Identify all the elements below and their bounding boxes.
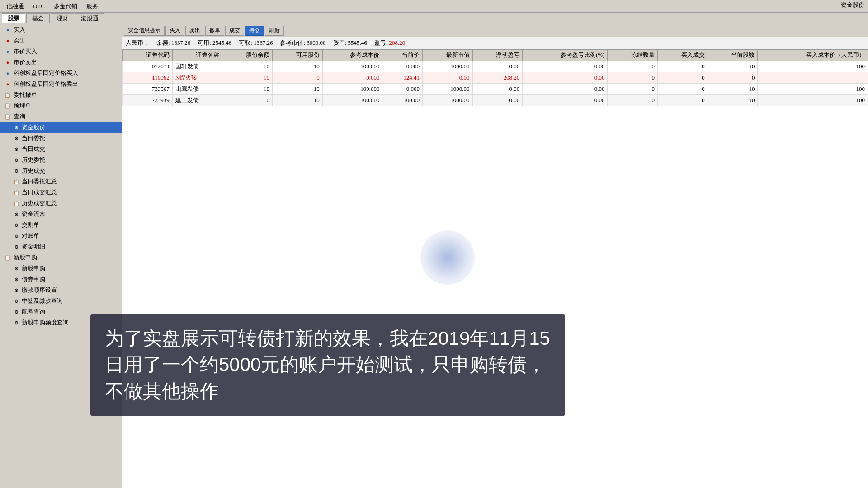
nav-item-fuwu[interactable]: 服务 — [82, 1, 103, 11]
sidebar-sub-item-fund-detail[interactable]: ⚙ 资金明细 — [0, 241, 122, 252]
subtitle-overlay: 为了实盘展示可转债打新的效果，我在2019年11月15日用了一个约5000元的账… — [90, 314, 565, 416]
sidebar-sub-item-today-deal-summary[interactable]: 📋 当日成交汇总 — [0, 187, 122, 198]
market-sell-icon: ● — [4, 58, 12, 66]
sidebar-item-kechuang-sell[interactable]: ● 科创板盘后固定价格卖出 — [0, 79, 122, 89]
table-cell: 0.00 — [422, 72, 472, 84]
col-header-frozen: 冻结数量 — [608, 50, 658, 61]
tab-hkstock[interactable]: 港股通 — [75, 13, 104, 23]
table-cell: 10 — [222, 72, 273, 84]
toolbar-btn-buy[interactable]: 买入 — [165, 26, 184, 36]
col-header-current-shares: 当前股数 — [708, 50, 758, 61]
sidebar-item-pre-order[interactable]: 📋 预埋单 — [0, 100, 122, 111]
toolbar-btn-deal[interactable]: 成交 — [225, 26, 244, 36]
sidebar: ● 买入 ● 卖出 ● 市价买入 ● 市价卖出 ● 科创板盘后固定价格买入 ● … — [0, 24, 122, 488]
table-cell: 0 — [608, 84, 658, 95]
col-header-buy-cost: 买入成本价（人民币） — [758, 50, 868, 61]
toolbar-btn-cancel[interactable]: 撤单 — [205, 26, 224, 36]
table-cell: 733567 — [123, 84, 173, 95]
nav-item-otc[interactable]: OTC — [28, 2, 49, 11]
table-cell: 0.000 — [322, 72, 382, 84]
table-cell: 10 — [272, 95, 322, 106]
table-cell: 建工发债 — [172, 95, 222, 106]
tab-fund[interactable]: 基金 — [26, 13, 50, 23]
table-cell: 国轩发债 — [172, 61, 222, 72]
table-cell — [758, 72, 868, 84]
toolbar-btn-position[interactable]: 持仓 — [245, 26, 264, 36]
table-cell: 10 — [708, 95, 758, 106]
sidebar-sub-item-history-deal-summary[interactable]: 📋 历史成交汇总 — [0, 198, 122, 209]
sidebar-sub-item-history-deal[interactable]: ⚙ 历史成交 — [0, 165, 122, 176]
col-header-profit-ratio: 参考盈亏比例(%) — [523, 50, 608, 61]
query-icon: 📋 — [4, 113, 12, 121]
today-deal-icon: ⚙ — [13, 145, 20, 153]
sidebar-sub-item-delivery[interactable]: ⚙ 交割单 — [0, 220, 122, 230]
sidebar-item-market-sell[interactable]: ● 市价卖出 — [0, 57, 122, 68]
table-cell: 0 — [608, 95, 658, 106]
sidebar-sub-item-payment-order[interactable]: ⚙ 缴款顺序设置 — [0, 285, 122, 296]
toolbar-btn-security[interactable]: 安全信息提示 — [124, 26, 165, 36]
table-cell: 0 — [608, 72, 658, 84]
table-cell: 100.000 — [322, 84, 382, 95]
sidebar-sub-item-asset[interactable]: ⚙ 资金股份 — [0, 122, 122, 133]
today-order-icon: ⚙ — [13, 135, 20, 142]
table-cell: 0.00 — [523, 61, 608, 72]
col-header-code: 证券代码 — [123, 50, 173, 61]
sidebar-sub-item-history-order[interactable]: ⚙ 历史委托 — [0, 155, 122, 165]
sidebar-item-buy[interactable]: ● 买入 — [0, 24, 122, 35]
sidebar-sub-item-reconciliation[interactable]: ⚙ 对账单 — [0, 230, 122, 241]
sidebar-item-cancel-order[interactable]: 📋 委托撤单 — [0, 89, 122, 100]
tab-licai[interactable]: 理财 — [51, 13, 74, 23]
sidebar-sub-item-bond-ipo[interactable]: ⚙ 债券申购 — [0, 274, 122, 285]
sidebar-item-kechuang-buy[interactable]: ● 科创板盘后固定价格买入 — [0, 68, 122, 79]
table-cell: 0.000 — [382, 84, 423, 95]
table-cell: 0.00 — [472, 61, 523, 72]
table-cell: 208.20 — [472, 72, 523, 84]
history-order-icon: ⚙ — [13, 156, 20, 164]
history-deal-summary-icon: 📋 — [13, 200, 20, 207]
available-label: 可用: 2545.46 — [198, 39, 231, 47]
sidebar-item-query[interactable]: 📋 查询 — [0, 111, 122, 122]
info-bar: 人民币： 余额: 1337.26 可用: 2545.46 可取: 1337.26… — [122, 37, 868, 49]
content-area: 安全信息提示 买入 卖出 撤单 成交 持仓 刷新 人民币： 余额: 1337.2… — [122, 24, 868, 488]
nav-item-duojin[interactable]: 多金代销 — [49, 1, 82, 11]
table-cell: 山鹰发债 — [172, 84, 222, 95]
tab-row: 股票 基金 理财 港股通 — [0, 13, 868, 24]
sidebar-item-sell[interactable]: ● 卖出 — [0, 35, 122, 46]
allotment-query-icon: ⚙ — [13, 308, 20, 315]
nav-item-xrt[interactable]: 信融通 — [2, 1, 28, 11]
table-cell: 100 — [758, 84, 868, 95]
table-cell: 110062 — [123, 72, 173, 84]
pre-order-icon: 📋 — [4, 102, 12, 110]
sidebar-sub-item-lottery-query[interactable]: ⚙ 中签及缴款查询 — [0, 296, 122, 306]
table-row[interactable]: 733567山鹰发债1010100.0000.0001000.000.000.0… — [123, 84, 868, 95]
asset-icon: ⚙ — [13, 124, 20, 131]
cancel-order-icon: 📋 — [4, 91, 12, 99]
sidebar-sub-item-today-order[interactable]: ⚙ 当日委托 — [0, 133, 122, 144]
sell-icon: ● — [4, 37, 12, 45]
quota-query-icon: ⚙ — [13, 319, 20, 326]
sidebar-sub-item-ipo2[interactable]: ⚙ 新股申购 — [0, 263, 122, 274]
table-row[interactable]: 733939建工发债010100.000100.001000.000.000.0… — [123, 95, 868, 106]
sidebar-sub-item-today-order-summary[interactable]: 📋 当日委托汇总 — [0, 176, 122, 187]
table-cell: 10 — [272, 61, 322, 72]
tab-stock[interactable]: 股票 — [2, 13, 25, 23]
table-row[interactable]: 072074国轩发债1010100.0000.0001000.000.000.0… — [123, 61, 868, 72]
payment-order-icon: ⚙ — [13, 286, 20, 294]
currency-label: 人民币： — [126, 39, 149, 47]
kechuang-buy-icon: ● — [4, 69, 12, 77]
table-cell: 1000.00 — [422, 61, 472, 72]
sidebar-sub-item-today-deal[interactable]: ⚙ 当日成交 — [0, 144, 122, 155]
subtitle-text: 为了实盘展示可转债打新的效果，我在2019年11月15日用了一个约5000元的账… — [105, 328, 550, 402]
table-cell: 0 — [272, 72, 322, 84]
col-header-buy-deal: 买入成交 — [658, 50, 708, 61]
toolbar-btn-refresh[interactable]: 刷新 — [265, 26, 284, 36]
table-cell: 100 — [758, 95, 868, 106]
sidebar-item-ipo[interactable]: 📋 新股申购 — [0, 252, 122, 263]
table-row[interactable]: 110062N煌火转1000.000124.410.00208.200.0000… — [123, 72, 868, 84]
sidebar-sub-item-fund-flow[interactable]: ⚙ 资金流水 — [0, 209, 122, 220]
sidebar-item-market-buy[interactable]: ● 市价买入 — [0, 46, 122, 57]
toolbar-btn-sell[interactable]: 卖出 — [185, 26, 204, 36]
top-right-label: 资金股份 — [841, 1, 864, 9]
table-cell: 0.00 — [523, 72, 608, 84]
ipo2-icon: ⚙ — [13, 265, 20, 272]
